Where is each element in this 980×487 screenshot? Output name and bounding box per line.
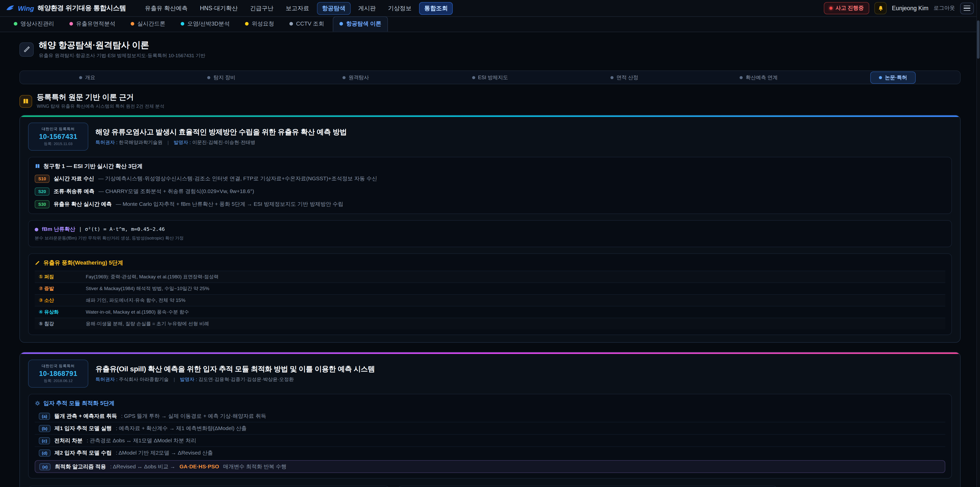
- tab-overview[interactable]: 개요: [20, 71, 154, 83]
- subtab-label: 오염/선박3D분석: [187, 20, 230, 27]
- pencil-icon: [35, 260, 40, 266]
- user-name[interactable]: Eunjeong Kim: [892, 5, 928, 11]
- tab-prediction-link[interactable]: 확산예측 연계: [691, 71, 826, 83]
- weathering-title: 유출유 풍화(Weathering) 5단계: [43, 259, 123, 267]
- area-calculation-icon: [610, 76, 613, 79]
- papers-patents-icon: [879, 76, 882, 79]
- tab-esi-map[interactable]: ESI 방제지도: [423, 71, 557, 83]
- opt-step-b: (b) 제1 입자 추적 모델 실행 : 예측자료 + 확산계수 → 제1 예측…: [35, 422, 945, 434]
- subnav-item-realtime-drone[interactable]: 실시간드론: [124, 16, 172, 32]
- subtab-label: 유출유면적분석: [76, 20, 115, 27]
- weathering-name: ④ 유상화: [39, 309, 86, 315]
- nav-item-spill-prediction[interactable]: 유출유 확산예측: [140, 2, 192, 14]
- opt-step-name: 제1 입자 추적 모델 실행: [55, 425, 112, 432]
- tab-detection-equipment[interactable]: 탐지 장비: [154, 71, 288, 83]
- patent-number: 10-1868791: [32, 370, 85, 377]
- weathering-desc: Stiver & Mackay(1984) 해석적 방법, 수일~10일간 약 …: [86, 285, 209, 292]
- patent-reg-date: 등록: 2015.11.03: [32, 142, 85, 147]
- brand[interactable]: Wing 해양환경 위기대응 통합시스템: [6, 3, 126, 13]
- tab-papers-patents[interactable]: 논문·특허: [826, 71, 960, 83]
- opt-step-code: (c): [39, 437, 50, 444]
- tab-label: 면적 산정: [616, 74, 638, 81]
- oil-area-analysis-icon: [69, 22, 73, 26]
- opt-step-code: (e): [39, 463, 51, 470]
- menu-button[interactable]: [960, 2, 974, 14]
- subnav-item-aerial-search-theory[interactable]: 항공탐색 이론: [333, 16, 388, 32]
- satellite-request-icon: [245, 22, 248, 26]
- step-code-badge: S30: [35, 200, 49, 208]
- inventor-value: 김도연·김용혁·김종기·김성운·박상윤·오정환: [198, 376, 294, 382]
- opt-step-name: 전처리 차분: [54, 437, 83, 444]
- weathering-table: ① 퍼짐 Fay(1969): 중력-관성력, Mackay et al.(19…: [35, 271, 945, 329]
- nav-item-reports[interactable]: 보고자료: [281, 2, 313, 14]
- subnav-item-satellite-request[interactable]: 위성요청: [239, 16, 281, 32]
- subtab-label: 영상사진관리: [21, 20, 54, 27]
- step-desc: — Monte Carlo 입자추적 + fBm 난류확산 + 풍화 5단계 →…: [116, 201, 343, 208]
- opt-step-e: (e) 최적화 알고리즘 적용 : ΔRevised ↔ Δobs 비교 → G…: [35, 460, 945, 473]
- vertical-scrollbar[interactable]: [977, 0, 980, 487]
- tab-label: 원격탐사: [348, 74, 369, 81]
- prediction-link-icon: [740, 76, 743, 79]
- patent-country: 대한민국 등록특허: [32, 127, 85, 132]
- tab-area-calculation[interactable]: 면적 산정: [557, 71, 691, 83]
- image-management-icon: [14, 22, 18, 26]
- subnav-item-oil-area-analysis[interactable]: 유출유면적분석: [63, 16, 122, 32]
- inventor-label: 발명자 :: [180, 376, 197, 382]
- theory-tab-bar: 개요 탐지 장비 원격탐사 ESI 방제지도 면적 산정 확산예측 연계 논문·…: [19, 70, 961, 84]
- section-header: 등록특허 원문 기반 이론 근거 WING 탑재 유출유 확산예측 시스템의 특…: [19, 93, 961, 110]
- optimization-panel: 입자 추적 모듈 최적화 5단계 (a) 뜰개 관측 + 예측자료 취득 : G…: [28, 394, 952, 479]
- opt-step-code: (a): [39, 412, 50, 420]
- book-icon: [19, 95, 32, 107]
- page-header: 해양 항공탐색·원격탐사 이론 유출유 원격탐지·항공조사 기법·ESI 방제정…: [19, 39, 961, 59]
- step-name: 실시간 자료 수신: [54, 175, 94, 182]
- patent-card-1567431: 대한민국 등록특허 10-1567431 등록: 2015.11.03 해양 유…: [19, 115, 961, 343]
- main-content: 해양 항공탐색·원격탐사 이론 유출유 원격탐지·항공조사 기법·ESI 방제정…: [0, 32, 980, 487]
- fbm-formula: | σ²(t) = A·t^m, m=0.45~2.46: [79, 226, 165, 232]
- tab-remote-sensing[interactable]: 원격탐사: [289, 71, 423, 83]
- nav-item-emergency-rescue[interactable]: 긴급구난: [245, 2, 278, 14]
- patent-number-badge: 대한민국 등록특허 10-1567431 등록: 2015.11.03: [28, 123, 88, 151]
- claim-step-s30: S30 유출유 확산 실시간 예측 — Monte Carlo 입자추적 + f…: [35, 200, 945, 208]
- nav-item-weather-info[interactable]: 기상정보: [383, 2, 416, 14]
- subnav-item-cctv[interactable]: CCTV 조회: [283, 16, 331, 32]
- ruler-icon: [19, 42, 34, 56]
- nav-item-aerial-search[interactable]: 항공탐색: [317, 2, 350, 14]
- step-code-badge: S20: [35, 187, 49, 196]
- logout-button[interactable]: 로그아웃: [934, 5, 955, 12]
- claims-panel-header: 청구항 1 — ESI 기반 실시간 확산 3단계: [35, 163, 945, 170]
- meta-separator: |: [167, 139, 169, 145]
- logo-text: Wing: [18, 4, 34, 12]
- weathering-row-sedimentation: ⑤ 침강 용해·미생물 분해, 질량 손실률 = 초기 누유량에 선형 비례: [35, 318, 945, 329]
- claims-panel: 청구항 1 — ESI 기반 실시간 확산 3단계 S10 실시간 자료 수신 …: [28, 157, 952, 214]
- weathering-desc: 용해·미생물 분해, 질량 손실률 = 초기 누유량에 선형 비례: [86, 321, 209, 327]
- patent-card-1868791: 대한민국 등록특허 10-1868791 등록: 2018.06.12 유출유(…: [19, 352, 961, 487]
- nav-item-integrated-search[interactable]: 통합조회: [419, 2, 453, 14]
- patent-header: 대한민국 등록특허 10-1567431 등록: 2015.11.03 해양 유…: [28, 123, 952, 151]
- weathering-desc: Fay(1969): 중력-관성력, Mackay et al.(1980) 표…: [86, 273, 219, 280]
- subnav-item-pollution-ship-3d[interactable]: 오염/선박3D분석: [174, 16, 236, 32]
- opt-step-name: 최적화 알고리즘 적용: [55, 463, 106, 470]
- esi-map-icon: [472, 76, 475, 79]
- opt-step-desc: : ΔModel 기반 제2모델 → ΔRevised 산출: [116, 449, 213, 457]
- patent-header: 대한민국 등록특허 10-1868791 등록: 2018.06.12 유출유(…: [28, 359, 952, 388]
- subnav-item-image-management[interactable]: 영상사진관리: [7, 16, 61, 32]
- patent-meta: 특허권자 : 주식회사 아라종합기술 | 발명자 : 김도연·김용혁·김종기·김…: [95, 376, 375, 383]
- nav-item-board[interactable]: 게시판: [353, 2, 380, 14]
- tab-label: ESI 방제지도: [478, 74, 508, 81]
- weathering-name: ② 증발: [39, 285, 86, 292]
- opt-step-desc: : 관측경로 Δobs ↔ 제1모델 ΔModel 차분 처리: [87, 437, 196, 444]
- page-subtitle: 유출유 원격탐지·항공조사 기법·ESI 방제정보지도·등록특허 10-1567…: [39, 53, 205, 59]
- section-title: 등록특허 원문 기반 이론 근거: [37, 93, 164, 102]
- notifications-button[interactable]: [875, 2, 887, 14]
- fbm-description: 분수 브라운운동(fBm) 기반 무작위 확산거리 생성, 등방성(isotro…: [35, 235, 945, 241]
- app-title: 해양환경 위기대응 통합시스템: [38, 3, 126, 13]
- weathering-desc: Water-in-oil, Mackay et al.(1980) 풍속·수분 …: [86, 309, 189, 315]
- detection-equipment-icon: [207, 76, 210, 79]
- particle-model-panel: 입자 추적 수치 모델 제1모델: Model₁ = cur₁·Δt + c·w…: [28, 486, 390, 487]
- scrollbar-thumb[interactable]: [977, 21, 980, 59]
- opt-step-code: (d): [39, 449, 51, 457]
- app-root: Wing 해양환경 위기대응 통합시스템 유출유 확산예측 HNS·대기확산 긴…: [0, 0, 980, 487]
- opt-step-desc: : 예측자료 + 확산계수 → 제1 예측변화량(ΔModel) 산출: [116, 425, 247, 432]
- step-desc: — CHARRY모델 조화분석 + 취송류 경험식(0.029×Vw, θw+1…: [99, 188, 254, 195]
- nav-item-hns-dispersion[interactable]: HNS·대기확산: [195, 2, 242, 14]
